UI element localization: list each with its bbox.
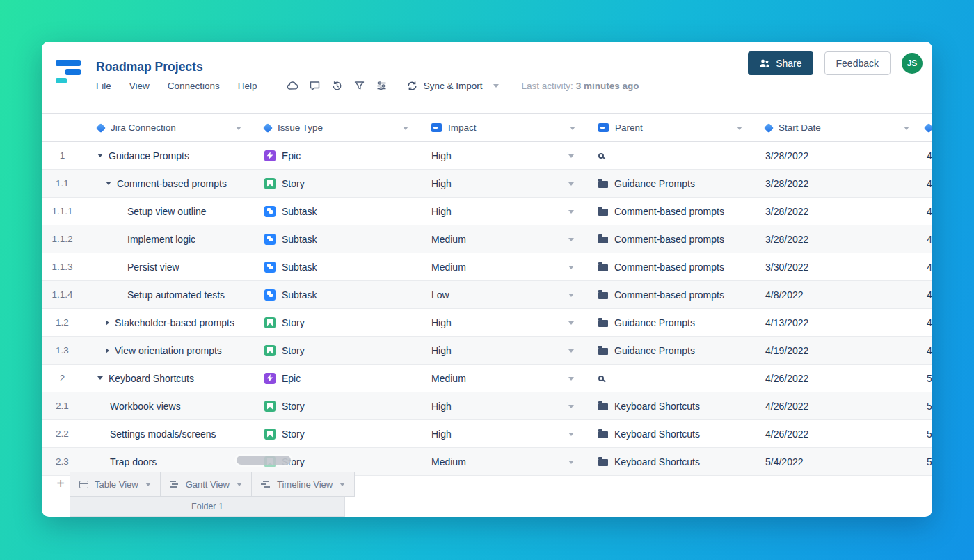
- start-date-cell[interactable]: 4/13/2022: [751, 309, 918, 336]
- parent-cell[interactable]: Comment-based prompts: [584, 225, 751, 253]
- row-expand-caret-icon[interactable]: [97, 376, 103, 380]
- issue-type-cell[interactable]: Story: [250, 170, 417, 197]
- impact-cell[interactable]: Low: [417, 281, 584, 308]
- row-number[interactable]: 1.2: [42, 309, 83, 336]
- horizontal-scrollbar-thumb[interactable]: [237, 456, 291, 465]
- row-expand-caret-icon[interactable]: [106, 348, 109, 353]
- parent-cell[interactable]: Comment-based prompts: [584, 253, 751, 280]
- chevron-down-icon[interactable]: [568, 321, 574, 325]
- row-number[interactable]: 1.3: [42, 337, 83, 364]
- issue-type-cell[interactable]: Subtask: [250, 198, 417, 225]
- tab-table-view[interactable]: Table View: [70, 472, 161, 497]
- user-avatar[interactable]: JS: [902, 53, 923, 74]
- chevron-down-icon[interactable]: [568, 405, 574, 408]
- start-date-cell[interactable]: 3/28/2022: [751, 170, 918, 197]
- start-date-cell[interactable]: 3/30/2022: [751, 253, 918, 280]
- tab-gantt-view[interactable]: Gantt View: [161, 472, 252, 497]
- chevron-down-icon[interactable]: [403, 127, 408, 130]
- row-number[interactable]: 1.1.3: [42, 253, 83, 280]
- chevron-down-icon[interactable]: [568, 349, 574, 353]
- impact-cell[interactable]: High: [417, 198, 584, 225]
- comment-icon[interactable]: [309, 80, 321, 92]
- start-date-cell[interactable]: 4/26/2022: [751, 365, 918, 392]
- menu-help[interactable]: Help: [238, 81, 257, 91]
- column-header-impact[interactable]: Impact: [417, 114, 584, 141]
- issue-type-cell[interactable]: Story: [250, 309, 417, 336]
- parent-cell[interactable]: [584, 365, 751, 392]
- chevron-down-icon[interactable]: [568, 377, 574, 381]
- chevron-down-icon[interactable]: [570, 127, 575, 130]
- chevron-down-icon[interactable]: [568, 294, 574, 297]
- task-name-cell[interactable]: Settings modals/screens: [83, 420, 250, 447]
- row-expand-caret-icon[interactable]: [97, 154, 103, 157]
- task-name-cell[interactable]: Stakeholder-based prompts: [83, 309, 250, 336]
- impact-cell[interactable]: Medium: [417, 225, 584, 253]
- task-name-cell[interactable]: Comment-based prompts: [83, 170, 250, 197]
- parent-cell[interactable]: [584, 142, 751, 169]
- start-date-cell[interactable]: 3/28/2022: [751, 225, 918, 253]
- chevron-down-icon[interactable]: [568, 461, 574, 464]
- issue-type-cell[interactable]: Epic: [250, 365, 417, 392]
- search-icon[interactable]: [598, 376, 604, 381]
- chevron-down-icon[interactable]: [568, 154, 574, 158]
- issue-type-cell[interactable]: Subtask: [250, 253, 417, 280]
- chevron-down-icon[interactable]: [493, 84, 499, 88]
- impact-cell[interactable]: Medium: [417, 365, 584, 392]
- issue-type-cell[interactable]: Subtask: [250, 225, 417, 253]
- chevron-down-icon[interactable]: [145, 483, 151, 486]
- folder-strip[interactable]: Folder 1: [70, 497, 345, 517]
- row-number[interactable]: 2: [42, 365, 83, 392]
- start-date-cell[interactable]: 4/26/2022: [751, 420, 918, 447]
- chevron-down-icon[interactable]: [568, 182, 574, 186]
- row-number[interactable]: 1.1.1: [42, 198, 83, 225]
- task-name-cell[interactable]: Keyboard Shortcuts: [83, 365, 250, 392]
- chevron-down-icon[interactable]: [568, 266, 574, 269]
- impact-cell[interactable]: Medium: [417, 448, 584, 475]
- cloud-icon[interactable]: [287, 80, 298, 92]
- menu-connections[interactable]: Connections: [168, 81, 220, 91]
- issue-type-cell[interactable]: Story: [250, 392, 417, 419]
- parent-cell[interactable]: Guidance Prompts: [584, 337, 751, 364]
- parent-cell[interactable]: Keyboard Shortcuts: [584, 420, 751, 447]
- parent-cell[interactable]: Comment-based prompts: [584, 198, 751, 225]
- chevron-down-icon[interactable]: [737, 127, 742, 130]
- row-number[interactable]: 2.2: [42, 420, 83, 447]
- column-header-jira-connection[interactable]: Jira Connection: [83, 114, 250, 141]
- row-number[interactable]: 1.1.4: [42, 281, 83, 308]
- app-logo-icon[interactable]: [54, 57, 82, 85]
- task-name-cell[interactable]: Setup view outline: [83, 198, 250, 225]
- impact-cell[interactable]: High: [417, 309, 584, 336]
- history-icon[interactable]: [331, 80, 343, 92]
- row-number[interactable]: 1.1.2: [42, 225, 83, 253]
- impact-cell[interactable]: High: [417, 420, 584, 447]
- share-button[interactable]: Share: [748, 51, 813, 75]
- row-number[interactable]: 1: [42, 142, 83, 169]
- start-date-cell[interactable]: 3/28/2022: [751, 198, 918, 225]
- task-name-cell[interactable]: Persist view: [83, 253, 250, 280]
- chevron-down-icon[interactable]: [236, 127, 241, 130]
- add-view-button[interactable]: +: [51, 473, 70, 494]
- filter-icon[interactable]: [353, 80, 365, 92]
- column-header-issue-type[interactable]: Issue Type: [250, 114, 417, 141]
- parent-cell[interactable]: Comment-based prompts: [584, 281, 751, 308]
- issue-type-cell[interactable]: Subtask: [250, 281, 417, 308]
- sync-import-button[interactable]: Sync & Import: [406, 80, 500, 92]
- start-date-cell[interactable]: 3/28/2022: [751, 142, 918, 169]
- impact-cell[interactable]: High: [417, 392, 584, 419]
- task-name-cell[interactable]: Workbook views: [83, 392, 250, 419]
- task-name-cell[interactable]: Guidance Prompts: [83, 142, 250, 169]
- task-name-cell[interactable]: Implement logic: [83, 225, 250, 253]
- chevron-down-icon[interactable]: [568, 433, 574, 436]
- row-expand-caret-icon[interactable]: [106, 182, 111, 185]
- tab-timeline-view[interactable]: Timeline View: [252, 472, 355, 497]
- row-number[interactable]: 2.1: [42, 392, 83, 419]
- row-expand-caret-icon[interactable]: [106, 320, 109, 326]
- parent-cell[interactable]: Keyboard Shortcuts: [584, 392, 751, 419]
- start-date-cell[interactable]: 4/26/2022: [751, 392, 918, 419]
- impact-cell[interactable]: Medium: [417, 253, 584, 280]
- start-date-cell[interactable]: 4/8/2022: [751, 281, 918, 308]
- search-icon[interactable]: [598, 153, 604, 159]
- chevron-down-icon[interactable]: [904, 127, 909, 130]
- impact-cell[interactable]: High: [417, 337, 584, 364]
- impact-cell[interactable]: High: [417, 142, 584, 169]
